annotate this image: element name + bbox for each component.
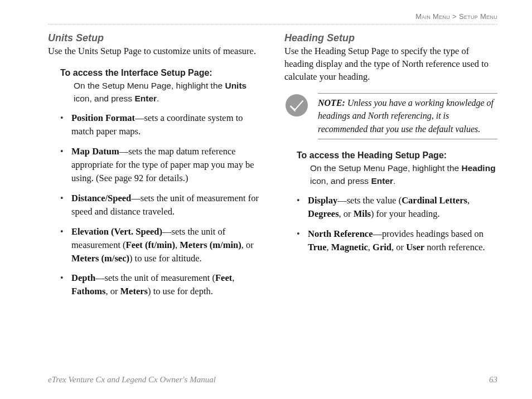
footer: eTrex Venture Cx and Legend Cx Owner's M… (48, 375, 497, 385)
term: Depth (71, 273, 95, 283)
list-item: Map Datum—sets the map datum reference a… (60, 145, 261, 185)
section-title-units: Units Setup (48, 32, 261, 44)
bold: Heading (461, 163, 495, 173)
lead-heading: Use the Heading Setup Page to specify th… (284, 45, 497, 83)
opt: Cardinal Letters (402, 195, 467, 206)
join: , (467, 195, 470, 206)
bold: Enter (371, 176, 393, 186)
text: —sets the unit of measurement ( (95, 273, 215, 283)
opt: User (406, 242, 424, 252)
join: , or (339, 208, 354, 219)
bold: Units (225, 81, 246, 90)
opt: Magnetic (331, 242, 368, 252)
instr-title-heading: To access the Heading Setup Page: (297, 150, 497, 160)
breadcrumb-right: Setup Menu (459, 12, 497, 21)
term: Distance/Speed (71, 193, 131, 203)
instr-block-heading: To access the Heading Setup Page: On the… (284, 150, 497, 188)
page-root: Main Menu > Setup Menu Units Setup Use t… (0, 0, 532, 399)
list-item: Distance/Speed—sets the unit of measurem… (60, 192, 261, 218)
breadcrumb: Main Menu > Setup Menu (48, 12, 497, 21)
list-item: Elevation (Vert. Speed)—sets the unit of… (60, 225, 261, 265)
text: —sets the value ( (337, 195, 402, 206)
opt: Meters (m/sec) (71, 253, 129, 264)
list-heading: Display—sets the value (Cardinal Letters… (284, 194, 497, 254)
text: On the Setup Menu Page, highlight the (74, 81, 225, 90)
join: , (327, 242, 331, 252)
text: ) for your heading. (371, 208, 440, 219)
join: , or (391, 242, 406, 252)
col-right: Heading Setup Use the Heading Setup Page… (284, 32, 497, 305)
bold: Enter (134, 94, 157, 103)
opt: Meters (m/min) (180, 240, 241, 250)
note: NOTE: Unless you have a working knowledg… (284, 93, 497, 139)
page-number: 63 (489, 375, 497, 385)
opt: True (308, 242, 327, 252)
list-item: North Reference—provides headings based … (297, 227, 497, 254)
breadcrumb-sep: > (452, 12, 457, 21)
opt: Feet (215, 273, 232, 283)
opt: Meters (120, 286, 148, 296)
opt: Degrees (308, 208, 339, 219)
section-title-heading: Heading Setup (284, 32, 497, 44)
text: icon, and press (74, 94, 134, 103)
text: . (393, 176, 395, 186)
text: . (157, 94, 159, 103)
check-circle-icon (284, 93, 309, 120)
divider (48, 24, 497, 25)
list-item: Display—sets the value (Cardinal Letters… (297, 194, 497, 221)
text: north reference. (424, 242, 485, 252)
breadcrumb-left: Main Menu (415, 12, 450, 21)
join: , (368, 242, 373, 252)
text: —provides headings based on (373, 228, 483, 239)
note-label: NOTE: (318, 98, 345, 108)
join: , (232, 273, 234, 283)
list-units: Position Format—sets a coordinate system… (48, 111, 261, 298)
term: Display (308, 195, 337, 206)
term: Elevation (Vert. Speed) (71, 226, 162, 237)
instr-block-units: To access the Interface Setup Page: On t… (48, 68, 261, 105)
instr-title-units: To access the Interface Setup Page: (60, 68, 261, 78)
text: icon, and press (310, 176, 371, 186)
join: , or (105, 286, 120, 296)
term: Map Datum (71, 146, 119, 157)
term: North Reference (308, 228, 373, 239)
text: ) to use for altitude. (129, 253, 202, 264)
opt: Feet (ft/min) (126, 240, 175, 250)
footer-title: eTrex Venture Cx and Legend Cx Owner's M… (48, 375, 216, 385)
text: ) to use for depth. (148, 286, 213, 296)
col-left: Units Setup Use the Units Setup Page to … (48, 32, 261, 305)
instr-body-units: On the Setup Menu Page, highlight the Un… (60, 79, 261, 105)
opt: Mils (354, 208, 371, 219)
columns: Units Setup Use the Units Setup Page to … (48, 32, 497, 305)
note-box: NOTE: Unless you have a working knowledg… (318, 93, 497, 139)
instr-body-heading: On the Setup Menu Page, highlight the He… (297, 162, 497, 188)
lead-units: Use the Units Setup Page to customize un… (48, 45, 261, 58)
list-item: Depth—sets the unit of measurement (Feet… (60, 271, 261, 298)
join: , or (241, 240, 254, 250)
text: On the Setup Menu Page, highlight the (310, 163, 461, 173)
term: Position Format (71, 113, 135, 123)
opt: Fathoms (71, 286, 105, 296)
list-item: Position Format—sets a coordinate system… (60, 111, 261, 138)
opt: Grid (373, 242, 391, 252)
